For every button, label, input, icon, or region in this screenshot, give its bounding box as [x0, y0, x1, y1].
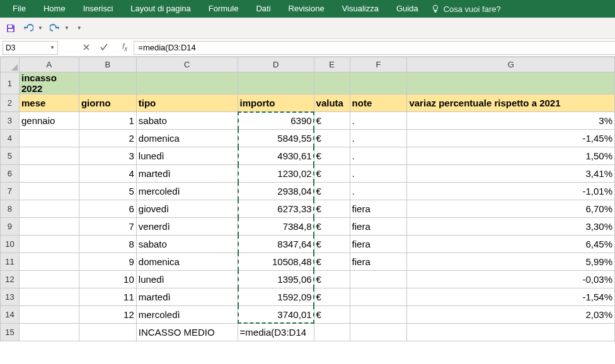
cell[interactable]: gennaio [19, 112, 79, 130]
cell[interactable]: 3,30% [407, 218, 615, 236]
ribbon-tab-file[interactable]: File [4, 0, 35, 18]
name-box[interactable]: D3 ▼ [3, 41, 58, 55]
cell[interactable]: 4930,61 [238, 147, 314, 165]
cell[interactable]: incasso 2022 [19, 72, 79, 94]
redo-dropdown-icon[interactable]: ▼ [64, 25, 69, 31]
cell[interactable] [19, 271, 79, 288]
row-header[interactable]: 14 [1, 306, 20, 324]
cell[interactable]: 6,45% [407, 236, 615, 253]
cell[interactable] [79, 324, 136, 341]
save-button[interactable] [5, 23, 16, 34]
cell[interactable]: fiera [350, 236, 407, 253]
cell[interactable] [19, 200, 79, 218]
ribbon-tab-home[interactable]: Home [35, 0, 74, 18]
cell[interactable]: € [314, 218, 350, 236]
row-header[interactable]: 12 [1, 271, 20, 288]
cell[interactable]: mese [19, 94, 79, 112]
cell[interactable]: -1,54% [407, 288, 615, 306]
cell[interactable]: fiera [350, 218, 407, 236]
cell[interactable]: € [314, 183, 350, 200]
cell[interactable]: -0,03% [407, 271, 615, 288]
cell[interactable]: fiera [350, 253, 407, 271]
confirm-formula-button[interactable] [100, 43, 108, 52]
ribbon-tab-data[interactable]: Dati [247, 0, 279, 18]
cell[interactable]: . [350, 112, 407, 130]
cell[interactable]: € [314, 200, 350, 218]
cell[interactable] [19, 253, 79, 271]
cell[interactable]: INCASSO MEDIO [136, 324, 238, 341]
cell[interactable]: martedì [136, 288, 238, 306]
select-all-corner[interactable] [1, 57, 20, 72]
cell[interactable]: tipo [136, 94, 238, 112]
cell[interactable]: 1395,06 [238, 271, 314, 288]
cell[interactable]: giovedì [136, 200, 238, 218]
cell[interactable]: 4 [79, 165, 136, 183]
tell-me-input[interactable]: Cosa vuoi fare? [444, 4, 501, 14]
row-header[interactable]: 13 [1, 288, 20, 306]
formula-bar-input[interactable]: =media(D3:D14 [134, 41, 615, 55]
cell[interactable]: 12 [79, 306, 136, 324]
cell[interactable]: 6 [79, 200, 136, 218]
cell[interactable]: € [314, 147, 350, 165]
ribbon-tab-view[interactable]: Visualizza [333, 0, 388, 18]
cell[interactable]: 7384,8 [238, 218, 314, 236]
cell[interactable] [238, 72, 314, 94]
cell[interactable]: 10 [79, 271, 136, 288]
cell[interactable] [350, 271, 407, 288]
cell[interactable]: 8347,64 [238, 236, 314, 253]
cell[interactable] [19, 306, 79, 324]
col-header-A[interactable]: A [19, 57, 79, 72]
row-header[interactable]: 1 [1, 72, 20, 94]
cell[interactable] [350, 72, 407, 94]
fx-icon[interactable]: fx [122, 42, 127, 52]
cell[interactable]: mercoledì [136, 183, 238, 200]
cancel-formula-button[interactable] [82, 43, 91, 52]
cell[interactable]: 6273,33 [238, 200, 314, 218]
cell[interactable] [407, 72, 615, 94]
cell[interactable] [19, 130, 79, 147]
cell[interactable]: domenica [136, 130, 238, 147]
cell[interactable] [314, 324, 350, 341]
row-header[interactable]: 6 [1, 165, 20, 183]
cell[interactable]: . [350, 130, 407, 147]
cell[interactable]: valuta [314, 94, 350, 112]
cell[interactable]: venerdì [136, 218, 238, 236]
cell[interactable]: 3% [407, 112, 615, 130]
cell[interactable] [350, 288, 407, 306]
cell[interactable] [19, 183, 79, 200]
cell[interactable] [350, 306, 407, 324]
row-header[interactable]: 11 [1, 253, 20, 271]
cell[interactable]: 1 [79, 112, 136, 130]
cell[interactable]: -1,01% [407, 183, 615, 200]
cell[interactable]: variaz percentuale rispetto a 2021 [407, 94, 615, 112]
cell[interactable] [19, 236, 79, 253]
cell[interactable]: € [314, 253, 350, 271]
ribbon-tab-insert[interactable]: Inserisci [74, 0, 122, 18]
cell[interactable]: 5849,55 [238, 130, 314, 147]
row-header[interactable]: 7 [1, 183, 20, 200]
cell[interactable]: 3 [79, 147, 136, 165]
cell[interactable]: note [350, 94, 407, 112]
ribbon-tab-layout[interactable]: Layout di pagina [122, 0, 199, 18]
col-header-G[interactable]: G [407, 57, 615, 72]
cell[interactable]: 1592,09 [238, 288, 314, 306]
cell[interactable] [19, 288, 79, 306]
col-header-D[interactable]: D [238, 57, 314, 72]
cell[interactable]: sabato [136, 112, 238, 130]
cell[interactable]: lunedì [136, 271, 238, 288]
cell[interactable]: € [314, 130, 350, 147]
cell[interactable]: 3740,01 [238, 306, 314, 324]
ribbon-tab-review[interactable]: Revisione [280, 0, 333, 18]
cell[interactable]: mercoledì [136, 306, 238, 324]
cell[interactable]: 1,50% [407, 147, 615, 165]
cell[interactable]: € [314, 306, 350, 324]
cell[interactable] [19, 147, 79, 165]
cell[interactable] [136, 72, 238, 94]
col-header-C[interactable]: C [136, 57, 238, 72]
name-box-dropdown-icon[interactable]: ▼ [50, 45, 55, 50]
cell[interactable]: -1,45% [407, 130, 615, 147]
cell[interactable]: € [314, 112, 350, 130]
cell[interactable]: € [314, 165, 350, 183]
row-header[interactable]: 15 [1, 324, 20, 341]
cell[interactable]: 11 [79, 288, 136, 306]
